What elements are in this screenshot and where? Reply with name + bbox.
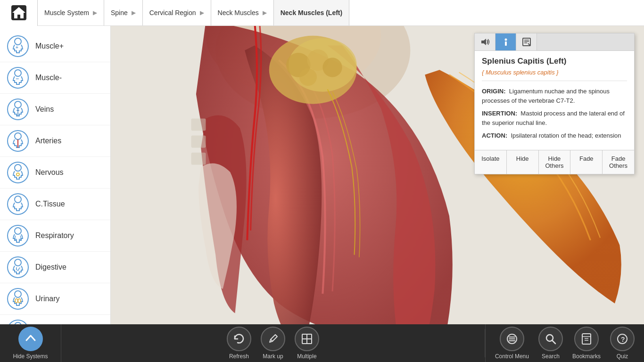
search-label: Search <box>542 353 560 360</box>
svg-text:−: − <box>16 75 19 82</box>
sidebar-item-nervous[interactable]: Nervous <box>0 157 110 189</box>
sidebar-label-muscle-plus: Muscle+ <box>35 42 64 50</box>
header: Muscle System ▶ Spine ▶ Cervical Region … <box>0 0 644 26</box>
ctissue-icon <box>7 193 29 215</box>
svg-marker-35 <box>481 39 486 45</box>
sidebar-label-respiratory: Respiratory <box>35 231 74 240</box>
svg-rect-46 <box>302 339 307 344</box>
svg-point-26 <box>15 228 21 234</box>
svg-rect-13 <box>191 153 206 165</box>
notes-button[interactable] <box>516 33 537 50</box>
home-icon <box>10 4 27 21</box>
breadcrumb-spine[interactable]: Spine ▶ <box>104 0 143 25</box>
breadcrumb-cervical[interactable]: Cervical Region ▶ <box>143 0 211 25</box>
refresh-tool[interactable]: Refresh <box>227 327 251 360</box>
breadcrumb-neck-muscles-left[interactable]: Neck Muscles (Left) <box>274 0 349 25</box>
svg-point-14 <box>15 38 21 45</box>
info-panel-subtitle: { Musculus splenius capitis } <box>475 68 634 81</box>
control-menu-label: Control Menu <box>495 353 529 360</box>
svg-point-9 <box>322 58 342 77</box>
bookmarks-tool[interactable]: Bookmarks <box>572 327 601 360</box>
muscle-minus-icon: − <box>7 67 29 89</box>
multiple-icon <box>295 327 319 351</box>
info-panel-toolbar <box>475 33 634 51</box>
info-button[interactable] <box>495 33 516 50</box>
markup-tool[interactable]: Mark up <box>261 327 285 360</box>
bookmarks-label: Bookmarks <box>572 353 601 360</box>
markup-icon <box>261 327 285 351</box>
sidebar-item-digestive[interactable]: Digestive <box>0 252 110 283</box>
sidebar-item-urinary[interactable]: Urinary <box>0 283 110 315</box>
svg-rect-11 <box>191 118 206 131</box>
breadcrumb: Muscle System ▶ Spine ▶ Cervical Region … <box>38 0 349 25</box>
origin-text: ORIGIN: Ligamentum nuchae and the spinou… <box>482 87 627 105</box>
quiz-icon: ? <box>610 327 635 351</box>
sidebar-item-veins[interactable]: Veins <box>0 94 110 125</box>
breadcrumb-arrow: ▶ <box>263 9 267 16</box>
multiple-label: Multiple <box>297 353 316 360</box>
info-panel-title: Splenius Capitis (Left) <box>475 51 634 68</box>
svg-line-43 <box>271 339 272 341</box>
bottom-bar: Hide Systems Refresh Mark up <box>0 324 644 362</box>
svg-rect-44 <box>302 334 307 339</box>
sidebar-item-respiratory[interactable]: Respiratory <box>0 220 110 252</box>
info-panel: Splenius Capitis (Left) { Musculus splen… <box>474 33 635 174</box>
hide-others-button[interactable]: Hide Others <box>539 150 571 174</box>
svg-line-53 <box>552 340 555 344</box>
sidebar-item-arteries[interactable]: Arteries <box>0 125 110 157</box>
hide-systems-button[interactable] <box>18 327 43 351</box>
nervous-icon <box>7 162 29 183</box>
urinary-icon <box>7 288 29 310</box>
svg-rect-12 <box>191 136 206 148</box>
audio-button[interactable] <box>475 33 495 50</box>
svg-rect-47 <box>307 339 312 344</box>
breadcrumb-muscle-system[interactable]: Muscle System ▶ <box>38 0 104 25</box>
quiz-label: Quiz <box>617 353 628 360</box>
breadcrumb-neck-muscles[interactable]: Neck Muscles ▶ <box>211 0 274 25</box>
muscle-plus-icon: + <box>7 35 29 57</box>
multiple-tool[interactable]: Multiple <box>295 327 319 360</box>
sidebar-item-muscle-plus[interactable]: + Muscle+ <box>0 31 110 62</box>
quiz-tool[interactable]: ? Quiz <box>610 327 635 360</box>
sidebar-label-digestive: Digestive <box>35 263 66 272</box>
isolate-button[interactable]: Isolate <box>475 150 507 174</box>
refresh-label: Refresh <box>229 353 249 360</box>
hide-systems-label: Hide Systems <box>13 353 48 360</box>
sidebar-label-ctissue: C.Tissue <box>35 200 65 208</box>
svg-point-24 <box>17 173 19 176</box>
sidebar-item-ctissue[interactable]: C.Tissue <box>0 189 110 220</box>
insertion-text: INSERTION: Mastoid process and the later… <box>482 109 627 127</box>
breadcrumb-arrow: ▶ <box>132 9 136 16</box>
svg-rect-54 <box>582 334 591 344</box>
home-button[interactable] <box>0 0 38 26</box>
svg-point-21 <box>15 133 21 140</box>
markup-label: Mark up <box>263 353 283 360</box>
control-menu-tool[interactable]: Control Menu <box>495 327 529 360</box>
sidebar-item-muscle-minus[interactable]: − Muscle- <box>0 62 110 94</box>
svg-text:?: ? <box>621 336 625 343</box>
hide-button[interactable]: Hide <box>507 150 539 174</box>
svg-rect-37 <box>505 41 507 46</box>
refresh-icon <box>227 327 251 351</box>
sidebar-label-veins: Veins <box>35 105 54 114</box>
svg-point-28 <box>15 291 21 297</box>
digestive-icon <box>7 256 29 278</box>
fade-others-button[interactable]: Fade Others <box>603 150 634 174</box>
search-tool[interactable]: Search <box>538 327 563 360</box>
sidebar-label-muscle-minus: Muscle- <box>35 74 62 82</box>
sidebar: + Muscle+ − Muscle- Veins <box>0 26 111 362</box>
svg-text:+: + <box>16 45 18 50</box>
hide-systems-section: Hide Systems <box>0 324 61 362</box>
svg-point-23 <box>15 165 21 171</box>
svg-point-36 <box>504 39 507 41</box>
control-menu-icon <box>500 327 524 351</box>
action-text: ACTION: Ipsilateral rotation of the head… <box>482 131 627 140</box>
svg-point-29 <box>15 299 18 303</box>
svg-point-30 <box>18 299 21 303</box>
info-panel-actions: Isolate Hide Hide Others Fade Fade Other… <box>475 150 634 174</box>
info-panel-body: ORIGIN: Ligamentum nuchae and the spinou… <box>475 81 634 150</box>
fade-button[interactable]: Fade <box>570 150 603 174</box>
sidebar-label-nervous: Nervous <box>35 168 64 177</box>
svg-point-18 <box>15 101 21 108</box>
svg-rect-45 <box>307 334 312 339</box>
